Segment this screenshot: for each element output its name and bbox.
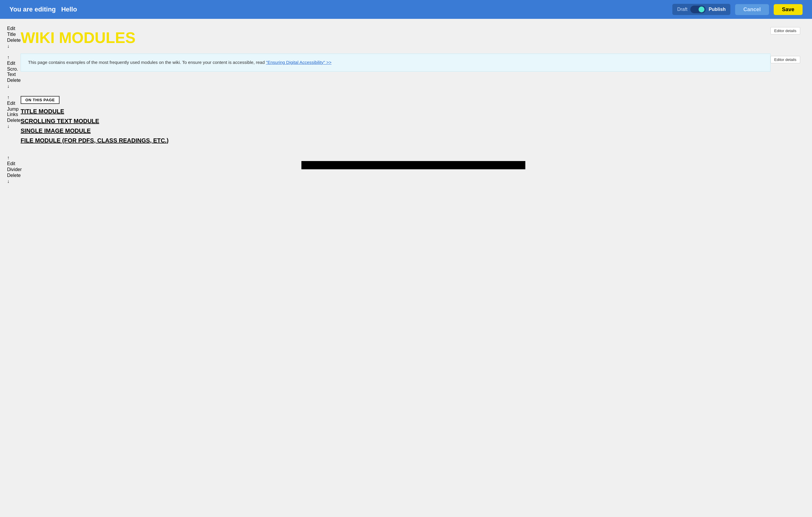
scrolling-text-arrow-down[interactable]: ↓: [7, 84, 9, 89]
module-row-title: Edit Title Delete ↓ WIKI MODULES Editor …: [0, 25, 812, 49]
jump-link-title-module[interactable]: TITLE MODULE: [21, 108, 806, 115]
save-button[interactable]: Save: [774, 4, 803, 15]
jump-links-arrow-up[interactable]: ↑: [7, 95, 9, 100]
divider-arrow-up[interactable]: ↑: [7, 155, 9, 160]
divider-editor-details: [806, 154, 812, 155]
header-controls: Draft Publish Cancel Save: [672, 4, 803, 15]
divider-bar: [301, 161, 525, 169]
jump-links-body: ON THIS PAGE TITLE MODULE SCROLLING TEXT…: [21, 94, 806, 149]
toggle-knob: [699, 6, 704, 12]
title-module-controls: Edit Title Delete ↓: [0, 25, 21, 49]
jump-links-arrow-down[interactable]: ↓: [7, 124, 9, 129]
jump-links-type-label: Jump Links: [7, 107, 21, 117]
divider-controls: ↑ Edit Divider Delete ↓: [0, 154, 21, 184]
module-row-jump-links: ↑ Edit Jump Links Delete ↓ ON THIS PAGE …: [0, 94, 812, 149]
scrolling-text-main: This page contains examples of the most …: [28, 60, 266, 65]
jump-link-single-image[interactable]: SINGLE IMAGE MODULE: [21, 127, 806, 134]
cancel-button[interactable]: Cancel: [735, 4, 769, 15]
scrolling-text-editor-details-button[interactable]: Editor details: [771, 56, 800, 63]
divider-arrow-down[interactable]: ↓: [7, 179, 9, 184]
main-content: Edit Title Delete ↓ WIKI MODULES Editor …: [0, 19, 812, 190]
publish-toggle-switch[interactable]: [690, 6, 706, 13]
header-bar: You are editing Hello Draft Publish Canc…: [0, 0, 812, 19]
on-this-page-badge: ON THIS PAGE: [21, 96, 59, 104]
divider-delete-button[interactable]: Delete: [7, 173, 21, 178]
editing-page-name: Hello: [61, 6, 77, 13]
divider-body: [21, 154, 806, 176]
scrolling-text-content: This page contains examples of the most …: [21, 54, 771, 71]
editing-prefix: You are editing: [9, 6, 56, 13]
title-editor-details-button[interactable]: Editor details: [771, 27, 800, 34]
editing-label: You are editing Hello: [9, 6, 77, 13]
title-module-body: WIKI MODULES: [21, 25, 771, 49]
module-row-divider: ↑ Edit Divider Delete ↓: [0, 154, 812, 184]
scrolling-text-edit-button[interactable]: Edit: [7, 61, 15, 66]
scrolling-text-editor-details: Editor details: [771, 54, 812, 63]
scrolling-text-body: This page contains examples of the most …: [21, 54, 771, 71]
jump-links-controls: ↑ Edit Jump Links Delete ↓: [0, 94, 21, 129]
title-edit-button[interactable]: Edit: [7, 26, 15, 31]
draft-publish-toggle[interactable]: Draft Publish: [672, 4, 730, 15]
draft-label: Draft: [677, 7, 687, 12]
publish-label: Publish: [708, 7, 726, 12]
scrolling-text-arrow-up[interactable]: ↑: [7, 55, 9, 60]
scrolling-text-link[interactable]: "Ensuring Digital Accessibility" >>: [266, 60, 331, 65]
jump-link-scrolling-text[interactable]: SCROLLING TEXT MODULE: [21, 118, 806, 125]
title-delete-button[interactable]: Delete: [7, 38, 21, 43]
title-arrow-down[interactable]: ↓: [7, 43, 9, 49]
title-type-label: Title: [7, 32, 16, 37]
jump-links-content: ON THIS PAGE TITLE MODULE SCROLLING TEXT…: [21, 94, 806, 149]
jump-link-file-module[interactable]: FILE MODULE (FOR PDFS, CLASS READINGS, E…: [21, 137, 806, 144]
jump-links-editor-details: [806, 94, 812, 95]
jump-links-delete-button[interactable]: Delete: [7, 118, 21, 123]
scrolling-text-type-label: Scro. Text: [7, 66, 21, 77]
module-row-scrolling-text: ↑ Edit Scro. Text Delete ↓ This page con…: [0, 54, 812, 89]
title-editor-details: Editor details: [771, 25, 812, 34]
jump-links-edit-button[interactable]: Edit: [7, 101, 15, 106]
divider-edit-button[interactable]: Edit: [7, 161, 15, 166]
wiki-title: WIKI MODULES: [21, 29, 771, 46]
divider-type-label: Divider: [7, 167, 22, 172]
scrolling-text-controls: ↑ Edit Scro. Text Delete ↓: [0, 54, 21, 89]
scrolling-text-delete-button[interactable]: Delete: [7, 78, 21, 83]
